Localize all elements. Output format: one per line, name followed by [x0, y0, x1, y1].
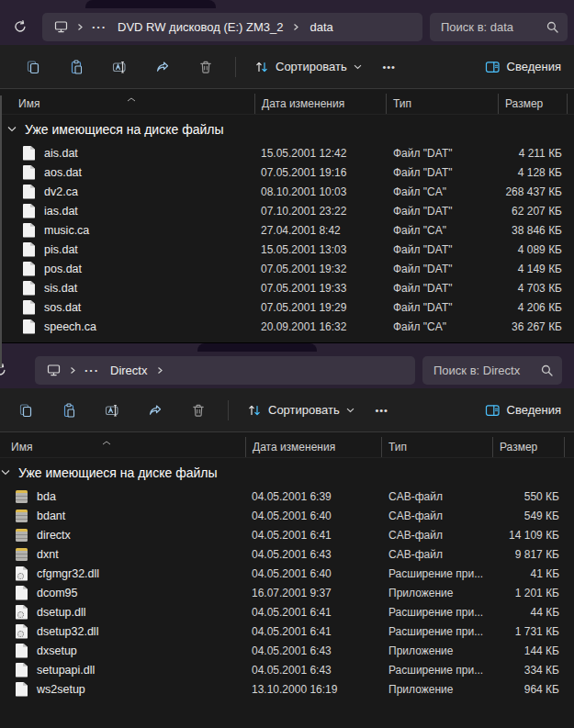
file-row[interactable]: ws2setup 13.10.2000 16:19 Приложение 964…	[0, 679, 574, 699]
share-button[interactable]	[144, 51, 181, 83]
group-header[interactable]: Уже имеющиеся на диске файлы	[0, 458, 574, 487]
file-icon	[16, 490, 28, 503]
this-pc-icon	[51, 19, 73, 34]
column-header-type[interactable]: Тип	[381, 437, 492, 457]
column-header-name[interactable]: Имя	[0, 437, 245, 457]
column-header-date[interactable]: Дата изменения	[245, 437, 381, 457]
file-date-modified: 07.05.2001 19:32	[254, 263, 386, 275]
chevron-down-icon	[1, 469, 10, 476]
file-icon	[16, 682, 28, 697]
explorer-tab[interactable]	[85, 0, 216, 8]
file-size: 36 267 КБ	[498, 320, 568, 333]
explorer-tab[interactable]	[197, 343, 317, 352]
file-icon	[16, 548, 28, 561]
file-name: dxsetup	[37, 644, 77, 657]
chevron-right-icon	[74, 23, 86, 31]
breadcrumb-segment-folder[interactable]: data	[304, 20, 338, 34]
rename-button[interactable]	[101, 51, 138, 83]
address-bar[interactable]: ··· Directx	[35, 356, 415, 385]
file-row[interactable]: music.ca 27.04.2001 8:42 Файл "CA" 38 84…	[0, 220, 574, 240]
refresh-button[interactable]	[7, 14, 33, 39]
details-pane-icon	[485, 403, 501, 418]
file-row[interactable]: dv2.ca 08.10.2001 10:03 Файл "CA" 268 43…	[0, 182, 574, 201]
search-placeholder: Поиск в: Directx	[433, 364, 540, 377]
column-headers: Имя Дата изменения Тип Размер	[0, 93, 574, 115]
details-pane-icon	[485, 60, 501, 74]
file-size: 550 КБ	[492, 490, 565, 503]
column-header-type[interactable]: Тип	[386, 94, 498, 114]
delete-button[interactable]	[187, 51, 224, 83]
file-row[interactable]: dsetup32.dll 04.05.2001 6:41 Расширение …	[0, 622, 574, 641]
file-date-modified: 04.05.2001 6:40	[245, 510, 381, 522]
file-type: CAB-файл	[381, 490, 492, 503]
column-header-size[interactable]: Размер	[492, 437, 565, 457]
file-type: CAB-файл	[381, 510, 492, 522]
background-window-edge	[0, 95, 2, 367]
file-row[interactable]: dxnt 04.05.2001 6:43 CAB-файл 9 817 КБ	[0, 544, 574, 564]
search-box[interactable]: Поиск в: data	[430, 13, 568, 41]
file-icon	[16, 663, 28, 678]
file-row[interactable]: ias.dat 07.10.2001 23:22 Файл "DAT" 62 2…	[0, 201, 574, 220]
group-header[interactable]: Уже имеющиеся на диске файлы	[0, 115, 574, 143]
file-row[interactable]: pos.dat 07.05.2001 19:32 Файл "DAT" 4 14…	[0, 259, 574, 278]
file-name: dxnt	[37, 548, 59, 561]
file-row[interactable]: directx 04.05.2001 6:41 CAB-файл 14 109 …	[0, 525, 574, 544]
titlebar-strip	[0, 0, 574, 8]
file-name: bda	[37, 490, 56, 503]
column-header-date[interactable]: Дата изменения	[254, 94, 386, 114]
search-box[interactable]: Поиск в: Directx	[422, 356, 562, 385]
sort-button[interactable]: Сортировать	[247, 51, 369, 83]
file-date-modified: 20.09.2001 16:32	[254, 320, 386, 333]
file-row[interactable]: pis.dat 15.05.2001 13:03 Файл "DAT" 4 08…	[0, 240, 574, 259]
file-date-modified: 04.05.2001 6:43	[245, 644, 381, 657]
file-row[interactable]: sos.dat 07.05.2001 19:29 Файл "DAT" 4 20…	[0, 297, 574, 317]
file-row[interactable]: cfgmgr32.dll 04.05.2001 6:40 Расширение …	[0, 564, 574, 583]
file-type: Файл "DAT"	[386, 301, 498, 314]
file-row[interactable]: dxsetup 04.05.2001 6:43 Приложение 144 К…	[0, 641, 574, 660]
copy-button[interactable]	[7, 395, 44, 426]
breadcrumb-segment-drive[interactable]: DVD RW дисковод (E:) ZM3_2	[112, 20, 288, 34]
column-header-size[interactable]: Размер	[498, 94, 568, 114]
trash-icon	[198, 60, 213, 74]
delete-button[interactable]	[180, 395, 217, 426]
chevron-down-icon	[354, 64, 362, 70]
address-bar[interactable]: ··· DVD RW дисковод (E:) ZM3_2 data	[42, 13, 422, 41]
file-row[interactable]: bda 04.05.2001 6:39 CAB-файл 550 КБ	[0, 487, 574, 506]
desktop-stage: ··· DVD RW дисковод (E:) ZM3_2 data Поис…	[0, 0, 574, 728]
file-type: Файл "DAT"	[386, 243, 498, 256]
file-row[interactable]: ais.dat 15.05.2001 12:42 Файл "DAT" 4 21…	[0, 143, 574, 162]
file-row[interactable]: sis.dat 07.05.2001 19:33 Файл "DAT" 4 70…	[0, 278, 574, 297]
share-button[interactable]	[137, 395, 174, 426]
paste-button[interactable]	[58, 51, 95, 83]
file-row[interactable]: bdant 04.05.2001 6:40 CAB-файл 549 КБ	[0, 506, 574, 525]
file-size: 44 КБ	[492, 606, 565, 619]
file-size: 62 207 КБ	[498, 205, 568, 218]
file-type: Файл "CA"	[386, 224, 498, 237]
more-options-button[interactable]: •••	[376, 51, 403, 83]
file-date-modified: 15.05.2001 12:42	[254, 147, 386, 160]
breadcrumb-segment-folder[interactable]: Directx	[105, 364, 152, 377]
file-icon	[23, 223, 35, 238]
file-icon	[23, 204, 35, 218]
file-row[interactable]: speech.ca 20.09.2001 16:32 Файл "CA" 36 …	[0, 317, 574, 336]
copy-button[interactable]	[15, 51, 51, 83]
sort-button[interactable]: Сортировать	[240, 395, 362, 426]
rename-button[interactable]	[94, 395, 130, 426]
rename-icon	[105, 403, 120, 418]
details-pane-button[interactable]: Сведения	[478, 51, 568, 83]
file-type: Приложение	[381, 587, 492, 599]
breadcrumb-overflow[interactable]: ···	[81, 364, 103, 377]
file-row[interactable]: dcom95 16.07.2001 9:37 Приложение 1 201 …	[0, 583, 574, 602]
details-pane-button[interactable]: Сведения	[478, 395, 568, 426]
file-row[interactable]: setupapi.dll 04.05.2001 6:43 Расширение …	[0, 660, 574, 679]
share-icon	[155, 60, 170, 74]
paste-icon	[62, 403, 76, 418]
breadcrumb-overflow[interactable]: ···	[88, 20, 110, 34]
file-size: 549 КБ	[492, 510, 565, 522]
more-options-button[interactable]: •••	[368, 395, 396, 426]
file-row[interactable]: dsetup.dll 04.05.2001 6:41 Расширение пр…	[0, 602, 574, 622]
file-row[interactable]: aos.dat 07.05.2001 19:16 Файл "DAT" 4 12…	[0, 162, 574, 182]
file-type: Файл "DAT"	[386, 282, 498, 295]
refresh-button[interactable]	[0, 357, 13, 383]
paste-button[interactable]	[51, 395, 87, 426]
